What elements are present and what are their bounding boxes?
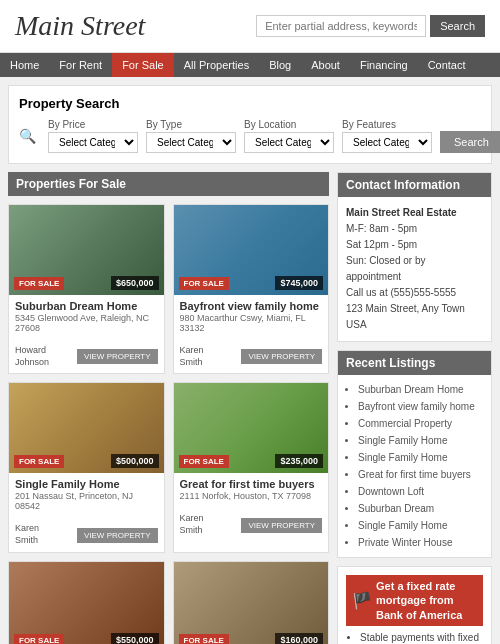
property-title: Bayfront view family home <box>180 300 323 312</box>
price-filter: By Price Select Category <box>48 119 138 153</box>
contact-box: Contact Information Main Street Real Est… <box>337 172 492 342</box>
property-image: FOR SALE $650,000 <box>9 205 164 295</box>
nav-financing[interactable]: Financing <box>350 53 418 77</box>
view-property-button[interactable]: VIEW PROPERTY <box>77 349 158 364</box>
property-image: FOR SALE $160,000 <box>174 562 329 644</box>
nav-home[interactable]: Home <box>0 53 49 77</box>
nav-for-sale[interactable]: For Sale <box>112 53 174 77</box>
price-badge: $235,000 <box>275 454 323 468</box>
recent-listings-header: Recent Listings <box>338 351 491 375</box>
agent-name: KarenSmith <box>180 513 204 536</box>
nav-about[interactable]: About <box>301 53 350 77</box>
property-card: FOR SALE $160,000 Single Family Home 678… <box>173 561 330 644</box>
sidebar: Contact Information Main Street Real Est… <box>337 172 492 644</box>
recent-listing-link[interactable]: Suburban Dream Home <box>358 384 464 395</box>
flag-icon: 🏴 <box>352 591 372 610</box>
hours2: Sat 12pm - 5pm <box>346 239 417 250</box>
features-select[interactable]: Select Category <box>342 132 432 153</box>
property-image: FOR SALE $745,000 <box>174 205 329 295</box>
recent-listing-item: Private Winter House <box>358 534 483 551</box>
property-title: Single Family Home <box>15 478 158 490</box>
property-info: Suburban Dream Home 5345 Glenwood Ave, R… <box>9 295 164 342</box>
view-property-button[interactable]: VIEW PROPERTY <box>77 528 158 543</box>
property-info: Single Family Home 201 Nassau St, Prince… <box>9 473 164 520</box>
recent-listing-item: Bayfront view family home <box>358 398 483 415</box>
price-filter-label: By Price <box>48 119 138 130</box>
header-search-button[interactable]: Search <box>430 15 485 37</box>
recent-listing-link[interactable]: Single Family Home <box>358 435 447 446</box>
company-name: Main Street Real Estate <box>346 207 457 218</box>
main-nav: Home For Rent For Sale All Properties Bl… <box>0 53 500 77</box>
property-footer: KarenSmith VIEW PROPERTY <box>9 520 164 551</box>
hours3: Sun: Closed or by appointment <box>346 255 426 282</box>
recent-listing-link[interactable]: Single Family Home <box>358 452 447 463</box>
features-filter-label: By Features <box>342 119 432 130</box>
recent-listing-link[interactable]: Single Family Home <box>358 520 447 531</box>
agent-name: HowardJohnson <box>15 345 49 368</box>
recent-listing-link[interactable]: Private Winter House <box>358 537 452 548</box>
agent-name: KarenSmith <box>15 523 39 546</box>
features-filter: By Features Select Category <box>342 119 432 153</box>
property-info: Great for first time buyers 2111 Norfok,… <box>174 473 329 510</box>
property-card: FOR SALE $235,000 Great for first time b… <box>173 382 330 552</box>
property-search-button[interactable]: Search <box>440 131 500 153</box>
property-card: FOR SALE $745,000 Bayfront view family h… <box>173 204 330 374</box>
for-sale-badge: FOR SALE <box>179 455 229 468</box>
for-sale-badge: FOR SALE <box>14 455 64 468</box>
view-property-button[interactable]: VIEW PROPERTY <box>241 349 322 364</box>
recent-list: Suburban Dream HomeBayfront view family … <box>338 375 491 557</box>
view-property-button[interactable]: VIEW PROPERTY <box>241 518 322 533</box>
property-search-title: Property Search <box>19 96 481 111</box>
bank-ad: 🏴 Get a fixed rate mortgage from Bank of… <box>337 566 492 644</box>
price-badge: $650,000 <box>111 276 159 290</box>
price-badge: $500,000 <box>111 454 159 468</box>
type-select[interactable]: Select Category <box>146 132 236 153</box>
for-sale-badge: FOR SALE <box>14 277 64 290</box>
recent-listing-link[interactable]: Downtown Loft <box>358 486 424 497</box>
price-badge: $745,000 <box>275 276 323 290</box>
recent-listing-item: Single Family Home <box>358 432 483 449</box>
recent-listing-link[interactable]: Great for first time buyers <box>358 469 471 480</box>
nav-all-properties[interactable]: All Properties <box>174 53 259 77</box>
bank-ad-bullets: Stable payments with fixed rate loansInt… <box>346 632 483 644</box>
properties-section: Properties For Sale FOR SALE $650,000 Su… <box>8 172 329 644</box>
contact-header: Contact Information <box>338 173 491 197</box>
property-address: 201 Nassau St, Princeton, NJ 08542 <box>15 491 158 511</box>
location-select[interactable]: Select Category <box>244 132 334 153</box>
property-footer: KarenSmith VIEW PROPERTY <box>174 342 329 373</box>
nav-blog[interactable]: Blog <box>259 53 301 77</box>
recent-listing-item: Great for first time buyers <box>358 466 483 483</box>
hours1: M-F: 8am - 5pm <box>346 223 417 234</box>
bank-ad-header: 🏴 Get a fixed rate mortgage from Bank of… <box>346 575 483 626</box>
site-logo: Main Street <box>15 10 145 42</box>
property-address: 2111 Norfok, Houston, TX 77098 <box>180 491 323 501</box>
property-image: FOR SALE $550,000 <box>9 562 164 644</box>
property-card: FOR SALE $550,000 Suburban Dream 4900 Hi… <box>8 561 165 644</box>
property-card: FOR SALE $500,000 Single Family Home 201… <box>8 382 165 552</box>
search-filters: 🔍 By Price Select Category By Type Selec… <box>19 119 481 153</box>
header-search-form: Search <box>256 15 485 37</box>
bank-ad-title: Get a fixed rate mortgage from Bank of A… <box>376 579 477 622</box>
property-grid: FOR SALE $650,000 Suburban Dream Home 53… <box>8 204 329 644</box>
recent-listing-item: Single Family Home <box>358 517 483 534</box>
recent-listing-link[interactable]: Suburban Dream <box>358 503 434 514</box>
main-layout: Properties For Sale FOR SALE $650,000 Su… <box>0 172 500 644</box>
price-select[interactable]: Select Category <box>48 132 138 153</box>
header-search-input[interactable] <box>256 15 426 37</box>
recent-listing-link[interactable]: Commercial Property <box>358 418 452 429</box>
properties-section-header: Properties For Sale <box>8 172 329 196</box>
header: Main Street Search <box>0 0 500 53</box>
nav-contact[interactable]: Contact <box>418 53 476 77</box>
property-search-panel: Property Search 🔍 By Price Select Catego… <box>8 85 492 164</box>
property-title: Great for first time buyers <box>180 478 323 490</box>
property-address: 980 Macarthur Cswy, Miami, FL 33132 <box>180 313 323 333</box>
location-filter-label: By Location <box>244 119 334 130</box>
property-address: 5345 Glenwood Ave, Raleigh, NC 27608 <box>15 313 158 333</box>
for-sale-badge: FOR SALE <box>179 277 229 290</box>
recent-listing-item: Commercial Property <box>358 415 483 432</box>
recent-listing-link[interactable]: Bayfront view family home <box>358 401 475 412</box>
nav-for-rent[interactable]: For Rent <box>49 53 112 77</box>
recent-listing-item: Single Family Home <box>358 449 483 466</box>
property-image: FOR SALE $500,000 <box>9 383 164 473</box>
property-info: Bayfront view family home 980 Macarthur … <box>174 295 329 342</box>
